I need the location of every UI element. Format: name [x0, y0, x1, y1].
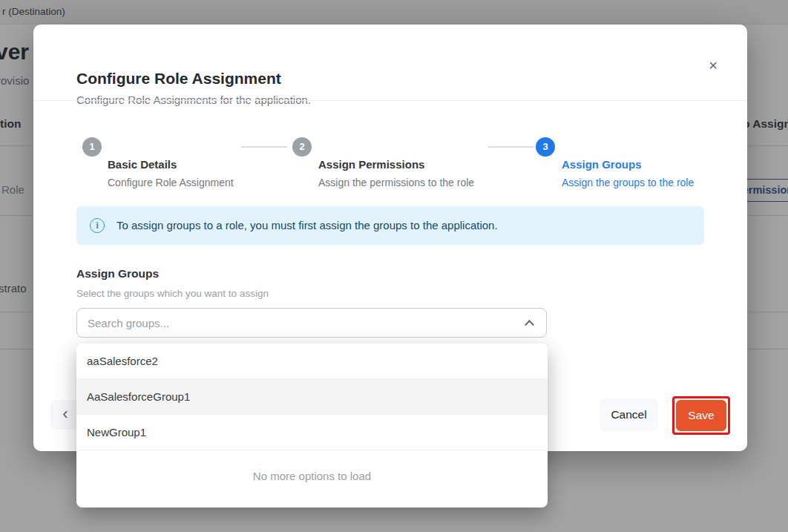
step-3-description: Assign the groups to the role — [562, 177, 694, 188]
group-dropdown-panel: aaSalesforce2 AaSalesforceGroup1 NewGrou… — [76, 344, 548, 508]
step-1-description: Configure Role Assignment — [108, 177, 234, 188]
assign-groups-label: Assign Groups — [76, 267, 159, 280]
step-1-circle[interactable]: 1 — [82, 137, 102, 157]
dropdown-no-more-options-text: No more options to load — [76, 459, 548, 494]
step-2-circle[interactable]: 2 — [292, 137, 312, 157]
dropdown-option[interactable]: AaSalesforceGroup1 — [76, 379, 548, 415]
group-search-box[interactable] — [76, 308, 547, 338]
dropdown-option[interactable]: NewGroup1 — [76, 415, 548, 450]
chevron-left-icon: ‹ — [62, 404, 68, 423]
back-button[interactable]: ‹ — [50, 400, 80, 430]
info-icon: i — [90, 218, 105, 233]
chevron-up-icon[interactable] — [525, 320, 534, 329]
header-divider — [33, 100, 747, 101]
step-connector — [241, 146, 287, 148]
modal-title: Configure Role Assignment — [76, 70, 281, 88]
step-2-description: Assign the permissions to the role — [318, 177, 474, 188]
dropdown-option[interactable]: aaSalesforce2 — [76, 344, 548, 379]
cancel-button[interactable]: Cancel — [600, 398, 658, 431]
step-3-label[interactable]: Assign Groups — [562, 158, 642, 171]
save-button[interactable]: Save — [676, 400, 726, 431]
assign-groups-helper-text: Select the groups which you want to assi… — [76, 288, 269, 299]
info-banner: i To assign groups to a role, you must f… — [76, 206, 704, 245]
info-banner-text: To assign groups to a role, you must fir… — [116, 206, 498, 245]
step-1-label[interactable]: Basic Details — [108, 158, 177, 171]
group-search-input[interactable] — [88, 309, 503, 337]
step-connector — [488, 146, 534, 148]
step-2-label[interactable]: Assign Permissions — [318, 158, 424, 171]
close-icon[interactable]: × — [703, 55, 723, 76]
step-3-circle[interactable]: 3 — [536, 137, 555, 157]
